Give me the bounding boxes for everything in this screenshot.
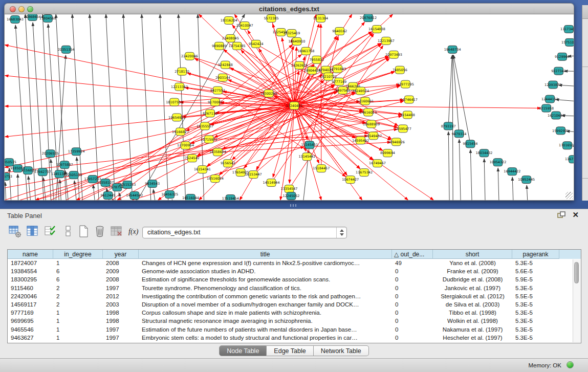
graph-node[interactable]: 14544542: [126, 192, 143, 200]
graph-node[interactable]: 13354547: [281, 185, 298, 193]
graph-node[interactable]: 22408045: [222, 34, 239, 42]
table-row[interactable]: 1872400712008Changes of HCN gene express…: [8, 259, 581, 267]
graph-node[interactable]: 11675342: [356, 169, 373, 177]
graph-node[interactable]: 20876812: [360, 14, 377, 21]
graph-node[interactable]: 17359924: [68, 148, 85, 156]
table-row[interactable]: 2242004622012Investigating the contribut…: [8, 292, 581, 300]
function-builder-icon[interactable]: f(x): [127, 225, 142, 238]
graph-node[interactable]: 17016504: [559, 142, 574, 149]
graph-node[interactable]: 14514944: [263, 179, 280, 187]
table-row[interactable]: 969969511998Structural magnetic resonanc…: [8, 317, 581, 325]
unselect-columns-icon[interactable]: [61, 225, 75, 238]
graph-node[interactable]: 9890889: [212, 42, 227, 50]
graph-node[interactable]: 9640162: [332, 27, 347, 35]
graph-node[interactable]: 16683043: [7, 15, 24, 23]
column-header-pagerank[interactable]: pagerank: [512, 250, 559, 259]
graph-node[interactable]: 18316204: [221, 16, 237, 24]
graph-node[interactable]: 14595477: [395, 125, 411, 133]
graph-node[interactable]: 15992971: [552, 127, 569, 135]
memory-ok-icon[interactable]: [567, 361, 574, 368]
delete-column-icon[interactable]: [93, 225, 106, 238]
graph-node[interactable]: 10746417: [401, 96, 418, 103]
graph-node[interactable]: 15184457: [313, 165, 330, 172]
graph-node[interactable]: 9479314: [452, 130, 467, 138]
graph-node[interactable]: 17942737: [34, 168, 51, 176]
graph-node[interactable]: 16154341: [194, 166, 211, 173]
graph-node[interactable]: 9154498: [400, 111, 415, 119]
graph-node[interactable]: 11173454: [560, 25, 574, 33]
modify-table-icon[interactable]: [8, 225, 21, 238]
column-header-year[interactable]: year: [103, 250, 139, 259]
table-row[interactable]: 911546021997Tourette syndrome. Phenomeno…: [8, 284, 581, 292]
graph-node[interactable]: 16516044: [182, 194, 199, 200]
close-panel-icon[interactable]: ✕: [572, 210, 579, 220]
graph-node[interactable]: 14616013: [360, 108, 377, 116]
graph-node[interactable]: 11675312: [565, 156, 574, 163]
graph-node[interactable]: 12093872: [545, 81, 561, 89]
graph-node[interactable]: 22410047: [236, 21, 253, 29]
panel-splitter-handle[interactable]: [290, 204, 297, 207]
column-header-in_degree[interactable]: in_degree: [53, 250, 103, 259]
graph-node[interactable]: 18640910: [288, 37, 305, 45]
vertical-scrollbar[interactable]: [573, 259, 580, 342]
tab-node-table[interactable]: Node Table: [219, 345, 267, 356]
graph-node[interactable]: 20868654: [24, 14, 41, 20]
graph-node[interactable]: 2903144: [215, 74, 230, 81]
table-row[interactable]: 1938455462009Genome-wide association stu…: [8, 267, 581, 275]
graph-node[interactable]: 16944422: [504, 168, 520, 176]
graph-node[interactable]: 2718170: [175, 68, 189, 75]
scrollbar-thumb[interactable]: [574, 262, 579, 283]
graph-node[interactable]: 5572385: [264, 14, 279, 22]
column-header-name[interactable]: name: [8, 250, 53, 259]
graph-node[interactable]: 16456325: [161, 191, 178, 199]
show-columns-icon[interactable]: [26, 225, 39, 238]
graph-node[interactable]: 9227343: [551, 67, 566, 75]
graph-node[interactable]: 12444151: [541, 95, 558, 103]
graph-node[interactable]: 8267130: [203, 110, 217, 117]
table-row[interactable]: 946362711997Embryonic stem cells: a mode…: [8, 334, 581, 342]
create-column-icon[interactable]: [77, 225, 90, 238]
select-all-columns-icon[interactable]: [44, 225, 57, 238]
graph-node[interactable]: 10674427: [342, 176, 359, 184]
graph-node[interactable]: 8915753: [5, 173, 12, 181]
graph-node[interactable]: 15751074: [561, 38, 574, 46]
graph-node[interactable]: 12245052: [283, 192, 300, 200]
graph-node[interactable]: 7485056: [393, 66, 407, 74]
column-header-short[interactable]: short: [433, 250, 512, 259]
graph-node[interactable]: 11804568: [39, 14, 56, 22]
graph-node[interactable]: 8793197: [441, 122, 456, 130]
window-resize-grip[interactable]: [565, 192, 573, 199]
column-header-out_degree[interactable]: △ out_de...: [392, 250, 433, 259]
table-source-select[interactable]: citations_edges.txt: [142, 227, 347, 238]
graph-node[interactable]: 10954322: [489, 159, 506, 166]
graph-node[interactable]: 8427552: [210, 86, 225, 94]
network-canvas[interactable]: 1724045122420046271817012213363181075591…: [4, 14, 574, 201]
graph-node[interactable]: 16210643: [548, 112, 564, 119]
graph-node[interactable]: 9542424: [249, 40, 264, 48]
graph-node[interactable]: 13519454: [222, 195, 239, 200]
graph-node[interactable]: 10688939: [363, 120, 380, 128]
graph-node[interactable]: 10952445: [518, 176, 535, 184]
network-window-titlebar[interactable]: citations_edges.txt: [4, 3, 574, 14]
graph-node[interactable]: 7955812: [309, 56, 324, 63]
graph-node[interactable]: 8215958: [539, 104, 554, 112]
graph-node[interactable]: 9612445: [101, 192, 116, 200]
graph-node[interactable]: 9834543: [145, 180, 160, 188]
table-row[interactable]: 977716911998Corpus callosum shape and si…: [8, 309, 581, 317]
graph-node[interactable]: 19654925: [168, 114, 185, 121]
graph-node[interactable]: 12213363: [171, 83, 188, 91]
graph-node[interactable]: 12977295: [397, 80, 414, 88]
tab-edge-table[interactable]: Edge Table: [267, 345, 313, 356]
graph-node[interactable]: 20351354: [58, 46, 75, 53]
float-panel-icon[interactable]: [557, 211, 565, 218]
table-row[interactable]: 1830029562008Estimation of significance …: [8, 275, 581, 283]
table-row[interactable]: 946554611997Estimation of the future num…: [8, 325, 581, 334]
graph-node[interactable]: 9129966: [555, 53, 570, 60]
column-header-title[interactable]: title: [139, 250, 392, 259]
graph-node[interactable]: 9815454: [463, 140, 478, 148]
tab-network-table[interactable]: Network Table: [314, 345, 369, 356]
graph-node[interactable]: 16154838: [368, 25, 385, 33]
table-row[interactable]: 1456911722003Disruption of a novel membe…: [8, 300, 581, 309]
graph-node[interactable]: 18107559: [166, 98, 183, 106]
graph-node[interactable]: 19648734: [444, 46, 461, 53]
